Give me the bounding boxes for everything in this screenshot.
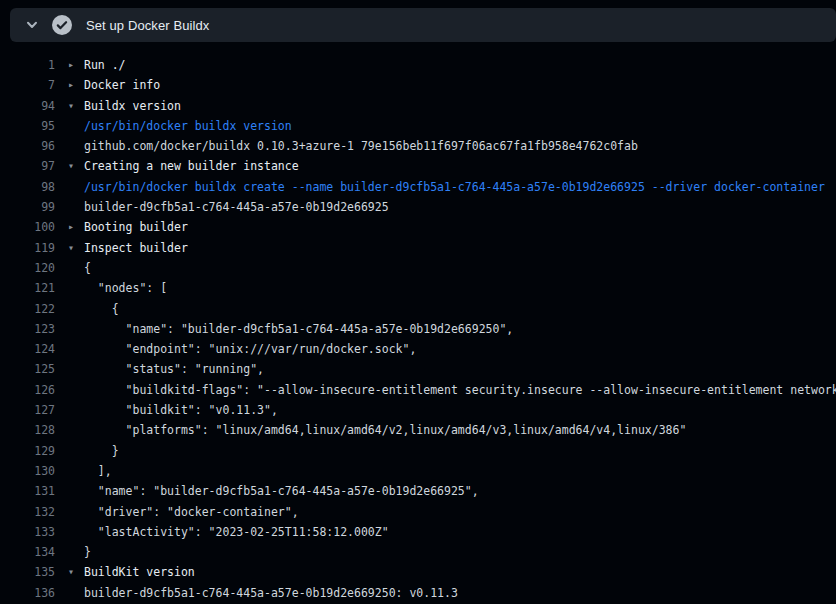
log-line: 98 /usr/bin/docker buildx create --name … (0, 177, 836, 197)
line-number[interactable]: 128 (0, 420, 55, 440)
line-number[interactable]: 124 (0, 339, 55, 359)
log-line: 130 ], (0, 461, 836, 481)
log-text: builder-d9cfb5a1-c764-445a-a57e-0b19d2e6… (84, 197, 389, 217)
line-number[interactable]: 121 (0, 278, 55, 298)
group-toggle-icon (68, 197, 84, 217)
log-text: "name": "builder-d9cfb5a1-c764-445a-a57e… (84, 319, 513, 339)
log-line[interactable]: 1 ▸ Run ./ (0, 55, 836, 75)
log-text: Creating a new builder instance (84, 156, 299, 176)
group-toggle-icon (68, 441, 84, 461)
line-number[interactable]: 120 (0, 258, 55, 278)
log-text: "name": "builder-d9cfb5a1-c764-445a-a57e… (84, 481, 479, 501)
log-line[interactable]: 135 ▾ BuildKit version (0, 562, 836, 582)
triangle-right-icon: ▸ (68, 55, 84, 75)
group-toggle-icon (68, 278, 84, 298)
log-line: 120 { (0, 258, 836, 278)
line-number[interactable]: 125 (0, 359, 55, 379)
log-line: 131 "name": "builder-d9cfb5a1-c764-445a-… (0, 481, 836, 501)
line-number[interactable]: 127 (0, 400, 55, 420)
log-text: "buildkitd-flags": "--allow-insecure-ent… (84, 380, 836, 400)
log-line[interactable]: 97 ▾ Creating a new builder instance (0, 156, 836, 176)
log-text: ], (84, 461, 112, 481)
triangle-down-icon: ▾ (68, 96, 84, 116)
line-number[interactable]: 134 (0, 542, 55, 562)
triangle-down-icon: ▾ (68, 156, 84, 176)
group-toggle-icon (68, 542, 84, 562)
log-viewer: 1 ▸ Run ./ 7 ▸ Docker info 94 ▾ Buildx v… (0, 42, 836, 603)
log-text: } (84, 441, 119, 461)
log-text: Inspect builder (84, 238, 188, 258)
line-number[interactable]: 132 (0, 502, 55, 522)
group-toggle-icon (68, 380, 84, 400)
triangle-down-icon: ▾ (68, 562, 84, 582)
log-line: 133 "lastActivity": "2023-02-25T11:58:12… (0, 522, 836, 542)
log-text: { (84, 258, 91, 278)
log-line: 128 "platforms": "linux/amd64,linux/amd6… (0, 420, 836, 440)
line-number[interactable]: 123 (0, 319, 55, 339)
log-line[interactable]: 119 ▾ Inspect builder (0, 238, 836, 258)
group-toggle-icon (68, 502, 84, 522)
triangle-down-icon: ▾ (68, 238, 84, 258)
log-line: 127 "buildkit": "v0.11.3", (0, 400, 836, 420)
line-number[interactable]: 97 (0, 156, 55, 176)
log-line[interactable]: 7 ▸ Docker info (0, 75, 836, 95)
group-toggle-icon (68, 136, 84, 156)
group-toggle-icon (68, 420, 84, 440)
group-toggle-icon (68, 359, 84, 379)
line-number[interactable]: 126 (0, 380, 55, 400)
line-number[interactable]: 129 (0, 441, 55, 461)
group-toggle-icon (68, 400, 84, 420)
line-number[interactable]: 1 (0, 55, 55, 75)
group-toggle-icon (68, 481, 84, 501)
log-text: "platforms": "linux/amd64,linux/amd64/v2… (84, 420, 686, 440)
line-number[interactable]: 131 (0, 481, 55, 501)
log-line: 121 "nodes": [ (0, 278, 836, 298)
line-number[interactable]: 98 (0, 177, 55, 197)
group-toggle-icon (68, 177, 84, 197)
line-number[interactable]: 100 (0, 217, 55, 237)
line-number[interactable]: 122 (0, 299, 55, 319)
log-text: Booting builder (84, 217, 188, 237)
step-header[interactable]: Set up Docker Buildx (10, 8, 836, 42)
group-toggle-icon (68, 522, 84, 542)
group-toggle-icon (68, 339, 84, 359)
line-number[interactable]: 95 (0, 116, 55, 136)
log-text: { (84, 299, 119, 319)
line-number[interactable]: 7 (0, 75, 55, 95)
line-number[interactable]: 135 (0, 562, 55, 582)
log-line[interactable]: 94 ▾ Buildx version (0, 96, 836, 116)
line-number[interactable]: 94 (0, 96, 55, 116)
triangle-right-icon: ▸ (68, 75, 84, 95)
line-number[interactable]: 136 (0, 583, 55, 603)
group-toggle-icon (68, 583, 84, 603)
line-number[interactable]: 133 (0, 522, 55, 542)
log-line: 129 } (0, 441, 836, 461)
log-text: "status": "running", (84, 359, 264, 379)
log-line: 132 "driver": "docker-container", (0, 502, 836, 522)
line-number[interactable]: 130 (0, 461, 55, 481)
log-text: /usr/bin/docker buildx create --name bui… (84, 177, 825, 197)
log-line: 126 "buildkitd-flags": "--allow-insecure… (0, 380, 836, 400)
group-toggle-icon (68, 319, 84, 339)
group-toggle-icon (68, 116, 84, 136)
log-text: "buildkit": "v0.11.3", (84, 400, 278, 420)
check-circle-icon (52, 15, 72, 35)
log-text: github.com/docker/buildx 0.10.3+azure-1 … (84, 136, 638, 156)
log-line: 95 /usr/bin/docker buildx version (0, 116, 836, 136)
log-text: } (84, 542, 91, 562)
line-number[interactable]: 96 (0, 136, 55, 156)
log-text: builder-d9cfb5a1-c764-445a-a57e-0b19d2e6… (84, 583, 458, 603)
triangle-right-icon: ▸ (68, 217, 84, 237)
log-line[interactable]: 100 ▸ Booting builder (0, 217, 836, 237)
log-text: BuildKit version (84, 562, 195, 582)
group-toggle-icon (68, 461, 84, 481)
line-number[interactable]: 99 (0, 197, 55, 217)
group-toggle-icon (68, 258, 84, 278)
log-line: 125 "status": "running", (0, 359, 836, 379)
log-text: Buildx version (84, 96, 181, 116)
log-text: Docker info (84, 75, 160, 95)
log-text: "nodes": [ (84, 278, 167, 298)
line-number[interactable]: 119 (0, 238, 55, 258)
log-line: 134 } (0, 542, 836, 562)
log-line: 99 builder-d9cfb5a1-c764-445a-a57e-0b19d… (0, 197, 836, 217)
